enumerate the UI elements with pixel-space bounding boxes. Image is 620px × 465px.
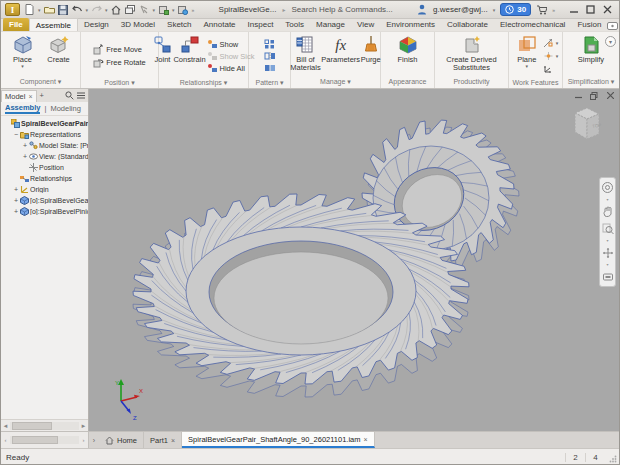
doc-title-arrow-icon[interactable]: ▸	[282, 6, 285, 13]
browser-tree-item[interactable]: +Model State: [Prim	[1, 140, 88, 151]
browser-bottom-scrollbar[interactable]: ‹ ›	[1, 432, 89, 448]
ribbon-tab-design[interactable]: Design	[78, 18, 115, 31]
show-sick-relationships-button[interactable]: Show Sick	[207, 51, 255, 62]
browser-tab-model[interactable]: Model×	[1, 90, 37, 102]
new-file-icon[interactable]	[24, 4, 35, 15]
search-input[interactable]: Search Help & Commands...	[291, 5, 392, 14]
tree-expander-icon[interactable]: −	[12, 131, 20, 138]
look-at-icon[interactable]	[601, 270, 614, 283]
save-icon[interactable]	[58, 4, 69, 15]
tree-expander-icon[interactable]: +	[12, 208, 20, 215]
appearance-override-icon[interactable]	[178, 4, 189, 15]
parameters-button[interactable]: fx Parameters	[323, 34, 359, 64]
purge-button[interactable]: Purge	[361, 34, 381, 64]
joint-button[interactable]: Joint	[153, 34, 173, 64]
browser-tree-item[interactable]: +Origin	[1, 184, 88, 195]
tree-expander-icon[interactable]: +	[12, 197, 20, 204]
selection-tool-icon[interactable]	[139, 4, 150, 15]
model-canvas[interactable]	[89, 89, 619, 431]
home-icon[interactable]	[111, 4, 122, 15]
open-file-icon[interactable]	[44, 4, 55, 15]
bscroll-left-icon[interactable]: ‹	[2, 437, 9, 443]
titlebar-more-icon[interactable]: »	[552, 7, 555, 13]
pattern-button[interactable]	[264, 39, 275, 50]
tree-expander-icon[interactable]: +	[12, 186, 20, 193]
doctabs-overflow-icon[interactable]: ›	[89, 432, 99, 448]
component-group-label[interactable]: Component ▾	[1, 77, 80, 88]
zoom-icon[interactable]	[601, 222, 614, 235]
redo-icon[interactable]	[91, 4, 102, 15]
ribbon-collapse-button[interactable]: ▾	[605, 36, 616, 47]
ribbon-tab-view[interactable]: View	[351, 18, 380, 31]
trial-days-badge[interactable]: 30	[500, 3, 531, 16]
navigation-wheel-icon[interactable]	[601, 181, 614, 194]
ribbon-tab-tools[interactable]: Tools	[279, 18, 310, 31]
mirror-button[interactable]	[264, 51, 275, 62]
copy-button[interactable]	[264, 63, 275, 74]
undo-icon[interactable]	[72, 4, 83, 15]
undo-caret-icon[interactable]: ▾	[86, 7, 89, 13]
browser-add-tab-button[interactable]: +	[37, 91, 47, 100]
close-button[interactable]	[600, 3, 615, 17]
bscroll-thumb[interactable]	[12, 436, 58, 444]
pan-icon[interactable]	[601, 205, 614, 218]
pattern-group-label[interactable]: Pattern ▾	[249, 78, 290, 88]
document-restore-button[interactable]	[589, 91, 599, 100]
plane-button[interactable]: Plane ▾	[513, 34, 541, 68]
switch-window-icon[interactable]	[125, 4, 136, 15]
document-close-button[interactable]	[605, 91, 615, 100]
scroll-left-icon[interactable]: ◄	[2, 423, 9, 429]
orbit-icon[interactable]	[601, 246, 614, 259]
hide-all-relationships-button[interactable]: Hide All	[207, 63, 255, 74]
material-caret-icon[interactable]: ▾	[172, 7, 175, 13]
subtab-assembly[interactable]: Assembly	[5, 103, 40, 114]
constrain-button[interactable]: Constrain	[175, 34, 205, 64]
ribbon-tab-annotate[interactable]: Annotate	[198, 18, 242, 31]
create-derived-substitutes-button[interactable]: Create Derived Substitutes	[439, 34, 505, 72]
ribbon-tab-assemble[interactable]: Assemble	[29, 18, 78, 31]
ribbon-tab-environments[interactable]: Environments	[380, 18, 441, 31]
show-relationships-button[interactable]: Show	[207, 39, 255, 50]
ribbon-tab-inspect[interactable]: Inspect	[242, 18, 280, 31]
browser-search-icon[interactable]	[64, 91, 74, 101]
viewport[interactable]: TOP ▾ ▾ ▾ X Y Z	[89, 89, 619, 431]
browser-menu-icon[interactable]	[76, 91, 86, 101]
browser-tree-item[interactable]: Relationships	[1, 173, 88, 184]
subtab-modeling[interactable]: Modeling	[50, 104, 80, 113]
tree-expander-icon[interactable]: +	[21, 142, 29, 149]
browser-tree-item[interactable]: Position	[1, 162, 88, 173]
material-icon[interactable]	[158, 4, 169, 15]
scroll-right-icon[interactable]: ►	[80, 423, 87, 429]
user-menu-caret-icon[interactable]: ▾	[493, 7, 496, 13]
browser-tree-item[interactable]: +View: (Standard)	[1, 151, 88, 162]
resize-grip[interactable]	[605, 449, 619, 465]
ribbon-tab-electromechanical[interactable]: Electromechanical	[494, 18, 571, 31]
free-rotate-button[interactable]: Free Rotate	[93, 57, 146, 68]
ribbon-tab-3d-model[interactable]: 3D Model	[115, 18, 161, 31]
manage-group-label[interactable]: Manage ▾	[291, 77, 380, 88]
tree-expander-icon[interactable]: +	[21, 153, 29, 160]
minimize-button[interactable]	[566, 3, 581, 17]
selection-caret-icon[interactable]: ▾	[153, 7, 156, 13]
document-minimize-button[interactable]	[573, 91, 583, 100]
redo-caret-icon[interactable]: ▾	[105, 7, 108, 13]
bill-of-materials-button[interactable]: Bill of Materials	[290, 34, 320, 72]
browser-tree-item[interactable]: −Representations	[1, 129, 88, 140]
ribbon-display-options-icon[interactable]	[607, 20, 618, 31]
ribbon-tab-fusion[interactable]: Fusion	[571, 18, 607, 31]
cart-icon[interactable]	[536, 4, 547, 15]
point-button[interactable]: ▾	[543, 51, 559, 62]
part1-tab-close-icon[interactable]: ×	[171, 437, 175, 444]
ribbon-tab-sketch[interactable]: Sketch	[161, 18, 197, 31]
simplify-button[interactable]: Simplify	[573, 34, 609, 64]
bscroll-right-icon[interactable]: ›	[80, 437, 87, 443]
browser-tree-item[interactable]: +[o]:SpiralBevelGear_S	[1, 195, 88, 206]
ribbon-tab-collaborate[interactable]: Collaborate	[441, 18, 494, 31]
maximize-button[interactable]	[583, 3, 598, 17]
inventor-logo-icon[interactable]: I	[5, 3, 20, 16]
create-button[interactable]: Create	[42, 34, 76, 64]
browser-tab-close-icon[interactable]: ×	[28, 93, 32, 100]
finish-button[interactable]: Finish	[390, 34, 426, 64]
ribbon-tab-file[interactable]: File	[3, 18, 29, 31]
free-move-button[interactable]: Free Move	[93, 44, 146, 55]
